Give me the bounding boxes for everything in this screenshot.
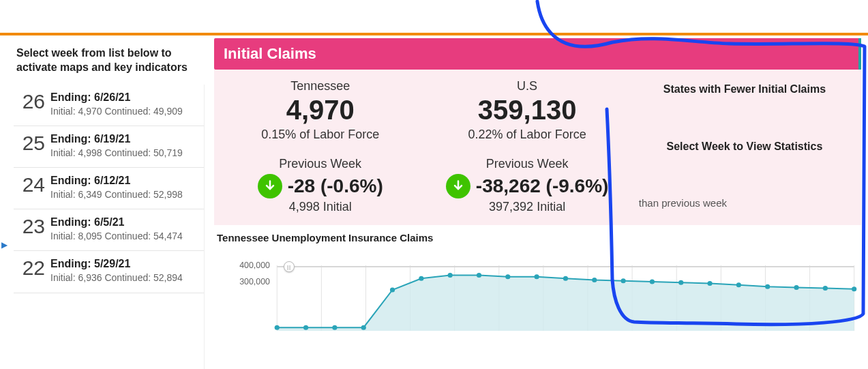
- panel-header: Initial Claims: [214, 38, 861, 70]
- svg-point-27: [563, 276, 568, 281]
- svg-point-24: [477, 273, 481, 278]
- tn-prev-label: Previous Week: [220, 157, 421, 171]
- stats-panel: Tennessee 4,970 0.15% of Labor Force Pre…: [214, 70, 861, 225]
- svg-text:300,000: 300,000: [239, 277, 270, 286]
- svg-point-34: [765, 284, 770, 289]
- us-delta: -38,262 (-9.6%): [476, 175, 609, 197]
- week-ending: Ending: 6/12/21: [50, 175, 198, 187]
- tn-label: Tennessee: [220, 79, 421, 93]
- us-big: 359,130: [426, 93, 627, 126]
- week-number: 23: [19, 216, 50, 237]
- side-than: than previous week: [639, 197, 727, 209]
- svg-point-28: [592, 278, 597, 282]
- down-arrow-icon: [258, 174, 282, 198]
- tn-sub: 0.15% of Labor Force: [220, 128, 421, 142]
- svg-point-22: [419, 276, 423, 281]
- side-title: States with Fewer Initial Claims: [663, 83, 826, 95]
- chart-slider-handle[interactable]: ||: [284, 261, 295, 272]
- week-stats: Initial: 6,936 Continued: 52,894: [50, 271, 198, 284]
- us-prev-label: Previous Week: [426, 157, 627, 171]
- us-delta-sub: 397,392 Initial: [426, 200, 627, 214]
- svg-point-32: [707, 281, 712, 286]
- week-stats: Initial: 8,095 Continued: 54,474: [50, 230, 198, 242]
- us-col: U.S 359,130 0.22% of Labor Force Previou…: [426, 79, 627, 214]
- svg-point-33: [736, 282, 741, 287]
- sidebar-title: Select week from list below to activate …: [14, 42, 205, 85]
- chart-svg: 300,000400,000: [228, 245, 861, 334]
- week-ending: Ending: 6/26/21: [50, 91, 198, 104]
- svg-point-31: [678, 280, 683, 285]
- main-panel: Initial Claims Tennessee 4,970 0.15% of …: [205, 35, 868, 369]
- svg-point-18: [303, 325, 308, 330]
- week-sidebar: Select week from list below to activate …: [0, 35, 205, 369]
- claims-chart[interactable]: 300,000400,000 ||: [228, 245, 861, 334]
- week-ending: Ending: 6/19/21: [50, 133, 198, 145]
- svg-text:400,000: 400,000: [239, 261, 270, 270]
- svg-point-21: [390, 288, 395, 293]
- week-ending: Ending: 5/29/21: [50, 258, 198, 270]
- svg-point-36: [823, 286, 828, 291]
- week-item[interactable]: 26Ending: 6/26/21Initial: 4,970 Continue…: [14, 85, 204, 126]
- svg-point-17: [275, 325, 280, 330]
- tennessee-col: Tennessee 4,970 0.15% of Labor Force Pre…: [220, 79, 421, 214]
- svg-point-25: [505, 274, 510, 279]
- week-item[interactable]: 25Ending: 6/19/21Initial: 4,998 Continue…: [14, 126, 204, 168]
- svg-point-29: [620, 278, 625, 283]
- us-label: U.S: [426, 79, 627, 93]
- down-arrow-icon: [446, 174, 470, 198]
- svg-point-30: [650, 280, 655, 284]
- week-number: 25: [19, 133, 50, 153]
- us-sub: 0.22% of Labor Force: [426, 128, 627, 142]
- tn-delta-sub: 4,998 Initial: [220, 200, 421, 214]
- side-select: Select Week to View Statistics: [666, 141, 822, 153]
- week-stats: Initial: 6,349 Continued: 52,998: [50, 188, 198, 201]
- week-item[interactable]: 22Ending: 5/29/21Initial: 6,936 Continue…: [14, 251, 204, 293]
- week-number: 22: [19, 258, 50, 278]
- week-number: 24: [19, 175, 50, 195]
- chart-title: Tennessee Unemployment Insurance Claims: [214, 225, 861, 245]
- weeks-list[interactable]: 26Ending: 6/26/21Initial: 4,970 Continue…: [14, 85, 205, 369]
- svg-point-23: [448, 273, 453, 278]
- svg-point-20: [361, 325, 366, 330]
- tn-big: 4,970: [220, 93, 421, 126]
- week-item[interactable]: 24Ending: 6/12/21Initial: 6,349 Continue…: [14, 168, 204, 209]
- expand-handle-icon[interactable]: ▶: [0, 239, 8, 251]
- week-number: 26: [19, 91, 50, 112]
- states-side-col: States with Fewer Initial Claims Select …: [633, 79, 856, 214]
- week-stats: Initial: 4,970 Continued: 49,909: [50, 105, 198, 117]
- week-stats: Initial: 4,998 Continued: 50,719: [50, 147, 198, 159]
- svg-point-26: [535, 274, 539, 279]
- tn-delta: -28 (-0.6%): [288, 175, 383, 197]
- week-item[interactable]: 23Ending: 6/5/21Initial: 8,095 Continued…: [14, 209, 204, 251]
- svg-point-35: [794, 285, 798, 290]
- svg-point-19: [332, 325, 337, 330]
- svg-point-37: [852, 286, 856, 291]
- week-ending: Ending: 6/5/21: [50, 216, 198, 228]
